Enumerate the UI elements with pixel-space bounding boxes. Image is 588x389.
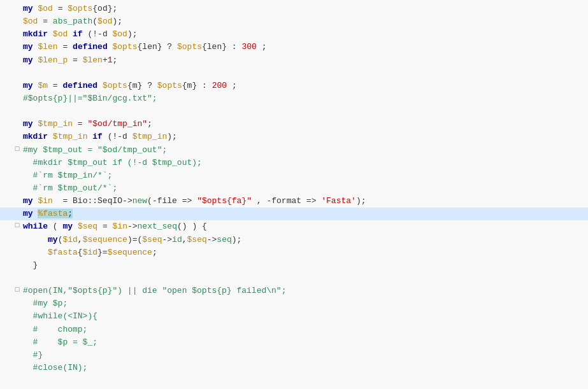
line-content: #while(<IN>){ bbox=[20, 310, 588, 323]
line-content: # chomp; bbox=[20, 323, 588, 336]
line-number bbox=[0, 336, 14, 337]
line-number bbox=[0, 310, 14, 311]
code-line: #my $p; bbox=[0, 297, 588, 310]
line-number bbox=[0, 272, 14, 272]
line-number bbox=[0, 80, 14, 80]
line-content: my $len_p = $len+1; bbox=[20, 54, 588, 67]
line-content: my($id,$sequence)=($seq->id,$seq->seq); bbox=[20, 234, 588, 246]
line-content: #my $p; bbox=[20, 297, 588, 310]
line-number bbox=[0, 28, 14, 29]
code-line: #$opts{p}||="$Bin/gcg.txt"; bbox=[0, 92, 588, 105]
code-line: $fasta{$id}=$sequence; bbox=[0, 246, 588, 259]
code-line: my $tmp_in = "$od/tmp_in"; bbox=[0, 118, 588, 131]
code-line bbox=[0, 67, 588, 80]
line-number bbox=[0, 169, 14, 170]
code-line: □ #my $tmp_out = "$od/tmp_out"; bbox=[0, 144, 588, 157]
line-number bbox=[0, 54, 14, 55]
code-line-while: □ while ( my $seq = $in->next_seq() ) { bbox=[0, 220, 588, 233]
line-number bbox=[0, 15, 14, 16]
line-number bbox=[0, 362, 14, 362]
line-content: $fasta{$id}=$sequence; bbox=[20, 246, 588, 259]
line-content bbox=[20, 67, 588, 80]
line-content: $od = abs_path($od); bbox=[20, 15, 588, 28]
line-content: #} bbox=[20, 349, 588, 362]
line-number bbox=[0, 3, 14, 3]
line-content: mkdir $tmp_in if (!-d $tmp_in); bbox=[20, 131, 588, 143]
code-line: mkdir $tmp_in if (!-d $tmp_in); bbox=[0, 131, 588, 143]
line-content: my $tmp_in = "$od/tmp_in"; bbox=[20, 118, 588, 131]
line-content: #open(IN,"$opts{p}") || die "open $opts{… bbox=[20, 285, 588, 297]
line-content: while ( my $seq = $in->next_seq() ) { bbox=[20, 220, 588, 233]
line-number bbox=[0, 349, 14, 350]
fold-button[interactable]: □ bbox=[14, 285, 20, 295]
code-line: mkdir $od if (!-d $od); bbox=[0, 28, 588, 41]
line-number bbox=[0, 157, 14, 157]
fold-button[interactable]: □ bbox=[14, 220, 20, 231]
line-content: my %fasta; bbox=[20, 208, 588, 220]
line-number bbox=[0, 92, 14, 93]
line-content: my $m = defined $opts{m} ? $opts{m} : 20… bbox=[20, 80, 588, 92]
line-number bbox=[0, 234, 14, 234]
line-content: #close(IN); bbox=[20, 362, 588, 374]
code-line: my $m = defined $opts{m} ? $opts{m} : 20… bbox=[0, 80, 588, 92]
line-content: mkdir $od if (!-d $od); bbox=[20, 28, 588, 41]
code-line: #} bbox=[0, 349, 588, 362]
line-content: my $od = $opts{od}; bbox=[20, 3, 588, 15]
line-number bbox=[0, 195, 14, 195]
code-editor[interactable]: my $od = $opts{od}; $od = abs_path($od);… bbox=[0, 0, 588, 389]
code-line: $od = abs_path($od); bbox=[0, 15, 588, 28]
code-line: #`rm $tmp_in/*`; bbox=[0, 169, 588, 182]
code-line: # $p = $_; bbox=[0, 336, 588, 349]
line-number bbox=[0, 118, 14, 118]
code-line: # chomp; bbox=[0, 323, 588, 336]
line-number bbox=[0, 208, 14, 208]
code-line: my $in = Bio::SeqIO->new(-file => "$opts… bbox=[0, 195, 588, 208]
code-line: my($id,$sequence)=($seq->id,$seq->seq); bbox=[0, 234, 588, 246]
line-number bbox=[0, 182, 14, 183]
line-content: my $in = Bio::SeqIO->new(-file => "$opts… bbox=[20, 195, 588, 208]
code-line-highlighted: my %fasta; bbox=[0, 208, 588, 220]
line-content: #$opts{p}||="$Bin/gcg.txt"; bbox=[20, 92, 588, 105]
code-line: #while(<IN>){ bbox=[0, 310, 588, 323]
line-content bbox=[20, 272, 588, 285]
code-line: my $od = $opts{od}; bbox=[0, 3, 588, 15]
code-line: #mkdir $tmp_out if (!-d $tmp_out); bbox=[0, 157, 588, 169]
code-line: #close(IN); bbox=[0, 362, 588, 374]
fold-button[interactable]: □ bbox=[14, 144, 20, 155]
line-content: } bbox=[20, 259, 588, 272]
line-content: #my $tmp_out = "$od/tmp_out"; bbox=[20, 144, 588, 157]
line-number bbox=[0, 105, 14, 106]
code-line: my $len = defined $opts{len} ? $opts{len… bbox=[0, 41, 588, 53]
line-number bbox=[0, 285, 14, 285]
code-line bbox=[0, 272, 588, 285]
code-line: □ #open(IN,"$opts{p}") || die "open $opt… bbox=[0, 285, 588, 297]
line-number bbox=[0, 131, 14, 131]
line-content: # $p = $_; bbox=[20, 336, 588, 349]
line-content: #mkdir $tmp_out if (!-d $tmp_out); bbox=[20, 157, 588, 169]
line-number bbox=[0, 323, 14, 324]
code-line: my $len_p = $len+1; bbox=[0, 54, 588, 67]
line-number bbox=[0, 220, 14, 221]
code-line: #`rm $tmp_out/*`; bbox=[0, 182, 588, 195]
line-content: my $len = defined $opts{len} ? $opts{len… bbox=[20, 41, 588, 53]
code-line: } bbox=[0, 259, 588, 272]
line-number bbox=[0, 67, 14, 67]
line-content: #`rm $tmp_out/*`; bbox=[20, 182, 588, 195]
line-number bbox=[0, 297, 14, 298]
line-content: #`rm $tmp_in/*`; bbox=[20, 169, 588, 182]
code-line bbox=[0, 105, 588, 118]
line-content bbox=[20, 105, 588, 118]
line-number bbox=[0, 259, 14, 260]
line-number bbox=[0, 246, 14, 247]
line-number bbox=[0, 144, 14, 145]
line-number bbox=[0, 41, 14, 41]
